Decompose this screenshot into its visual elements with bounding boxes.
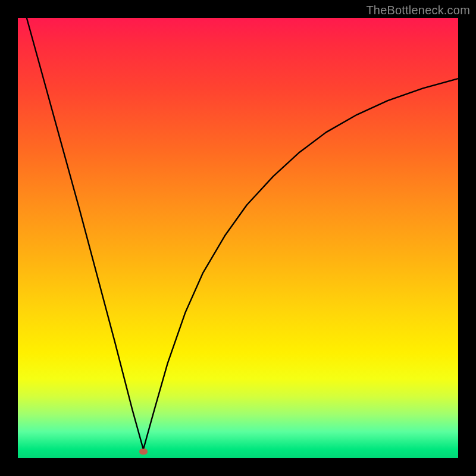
chart-frame: TheBottleneck.com [0,0,476,476]
watermark-text: TheBottleneck.com [366,4,470,17]
bottleneck-curve [18,18,458,458]
curve-path [27,18,458,449]
plot-area [18,18,458,458]
minimum-marker [139,449,148,455]
